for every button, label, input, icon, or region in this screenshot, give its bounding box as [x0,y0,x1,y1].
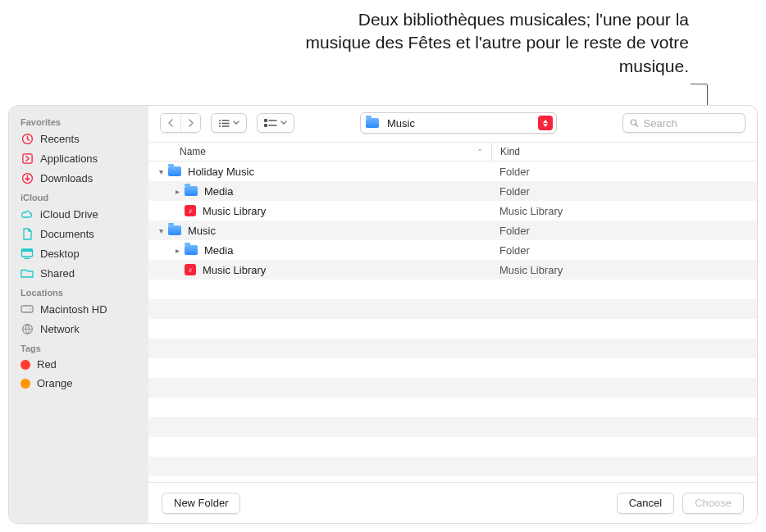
sidebar-section-locations: Locations [9,283,148,299]
group-icon [264,119,277,128]
main-pane: Music Name ⌃ Kind ▾H [148,106,757,523]
chevron-down-icon [233,120,239,125]
shared-icon [21,266,34,280]
nav-forward-button[interactable] [180,114,200,132]
table-row[interactable]: ▾MusicFolder [148,221,757,240]
svg-rect-11 [264,119,267,122]
new-folder-button[interactable]: New Folder [162,493,240,514]
empty-row [148,437,757,457]
column-header-label: Name [180,146,206,157]
column-headers: Name ⌃ Kind [148,142,757,161]
search-field[interactable] [622,113,745,133]
sidebar-item-shared[interactable]: Shared [9,263,148,283]
empty-row [148,398,757,417]
column-header-label: Kind [500,146,520,157]
disclosure-triangle-icon[interactable]: ▾ [157,226,165,235]
svg-rect-4 [22,249,33,252]
sidebar-item-label: Orange [37,377,72,389]
sidebar-tag-orange[interactable]: Orange [9,374,148,393]
annotation-callout: Deux bibliothèques musicales; l'une pour… [303,8,689,78]
file-name: Holiday Music [188,166,254,178]
search-input[interactable] [644,117,739,130]
file-list: ▾Holiday MusicFolder▸MediaFolderMusic Li… [148,161,757,523]
sidebar-item-label: Macintosh HD [40,303,107,316]
table-row[interactable]: ▸MediaFolder [148,240,757,260]
table-row[interactable]: ▾Holiday MusicFolder [148,161,757,181]
group-mode-button[interactable] [257,113,294,133]
svg-rect-1 [22,153,31,162]
sidebar-item-label: Network [40,323,80,335]
empty-row [148,280,757,299]
column-header-kind[interactable]: Kind [491,143,757,161]
table-row[interactable]: Music LibraryMusic Library [148,201,757,221]
sidebar-item-macintosh-hd[interactable]: Macintosh HD [9,299,148,319]
folder-icon [185,245,198,255]
disclosure-triangle-icon[interactable]: ▾ [157,167,165,176]
file-kind: Music Library [491,264,757,276]
nav-back-button[interactable] [161,114,180,132]
empty-row [148,417,757,437]
sidebar-item-label: Desktop [40,248,80,260]
sidebar-tag-red[interactable]: Red [9,355,148,374]
location-label: Music [387,117,533,130]
music-library-icon [185,205,196,216]
tag-dot-icon [21,379,30,389]
disclosure-triangle-icon[interactable]: ▸ [173,246,181,255]
file-kind: Folder [491,244,757,257]
sidebar-item-desktop[interactable]: Desktop [9,243,148,263]
folder-icon [366,118,379,128]
hdd-icon [21,302,34,316]
cancel-button[interactable]: Cancel [617,493,674,514]
file-name: Music Library [203,205,266,217]
sidebar-item-recents[interactable]: Recents [9,129,148,148]
sidebar-item-applications[interactable]: Applications [9,148,148,168]
sidebar-item-label: Documents [40,228,94,240]
sidebar-section-icloud: iCloud [9,188,148,204]
empty-row [148,378,757,398]
toolbar: Music [148,106,757,142]
view-mode-button[interactable] [211,113,247,133]
empty-row [148,457,757,476]
nav-buttons [160,113,201,133]
svg-point-13 [631,120,636,125]
empty-row [148,339,757,358]
location-selector[interactable]: Music [360,112,557,134]
sidebar-item-label: Recents [40,133,80,145]
search-icon [630,118,639,128]
folder-icon [185,186,198,196]
folder-icon [168,166,181,176]
sidebar-item-icloud-drive[interactable]: iCloud Drive [9,204,148,224]
svg-rect-5 [21,306,33,312]
empty-row [148,319,757,339]
globe-icon [21,322,34,335]
file-kind: Folder [491,185,757,198]
sidebar-item-label: Red [37,358,57,371]
dialog-footer: New Folder Cancel Choose [148,482,757,523]
tag-dot-icon [21,360,30,370]
table-row[interactable]: Music LibraryMusic Library [148,260,757,280]
sidebar-item-label: Shared [40,267,75,280]
disclosure-triangle-icon[interactable]: ▸ [173,187,181,196]
file-kind: Folder [491,166,757,178]
svg-point-8 [219,120,221,121]
clock-icon [21,132,34,145]
table-row[interactable]: ▸MediaFolder [148,181,757,201]
doc-icon [21,227,34,240]
file-name: Music [188,225,216,237]
sidebar-item-label: Downloads [40,172,93,184]
svg-rect-12 [264,124,267,127]
sidebar-item-network[interactable]: Network [9,319,148,339]
sidebar-section-favorites: Favorites [9,112,148,129]
sidebar-item-documents[interactable]: Documents [9,224,148,243]
sidebar-item-downloads[interactable]: Downloads [9,168,148,188]
svg-point-10 [219,125,221,127]
svg-point-6 [30,308,31,310]
sidebar-section-tags: Tags [9,339,148,355]
finder-open-panel: Favorites Recents Applications Downloads [8,105,758,524]
svg-point-9 [219,122,221,124]
downloads-icon [21,171,34,184]
stepper-icon [538,116,553,130]
column-header-name[interactable]: Name ⌃ [180,146,491,157]
cloud-icon [21,207,34,221]
choose-button[interactable]: Choose [682,493,744,514]
